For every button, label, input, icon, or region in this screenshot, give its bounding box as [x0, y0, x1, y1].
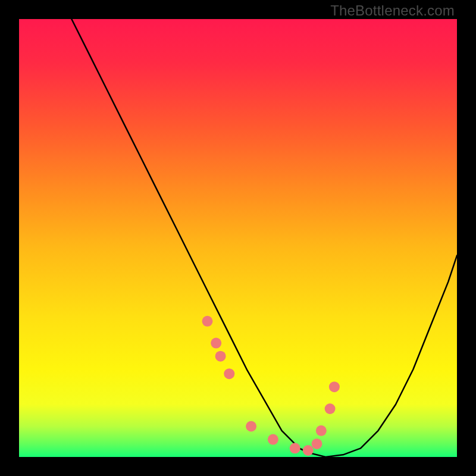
- curve-markers: [202, 316, 340, 456]
- curve-marker: [224, 368, 234, 379]
- curve-marker: [268, 434, 278, 445]
- curve-marker: [316, 425, 327, 436]
- curve-marker: [202, 316, 213, 327]
- curve-line: [71, 19, 457, 457]
- curve-marker: [312, 439, 322, 449]
- curve-marker: [211, 338, 221, 349]
- curve-marker: [290, 443, 300, 453]
- watermark-text: TheBottleneck.com: [330, 2, 455, 19]
- chart-svg: [19, 19, 457, 457]
- curve-marker: [246, 421, 256, 432]
- plot-area: [19, 19, 457, 457]
- curve-marker: [329, 381, 340, 392]
- curve-marker: [215, 351, 226, 362]
- curve-marker: [303, 445, 314, 456]
- curve-marker: [325, 403, 336, 414]
- chart-container: TheBottleneck.com: [0, 0, 476, 476]
